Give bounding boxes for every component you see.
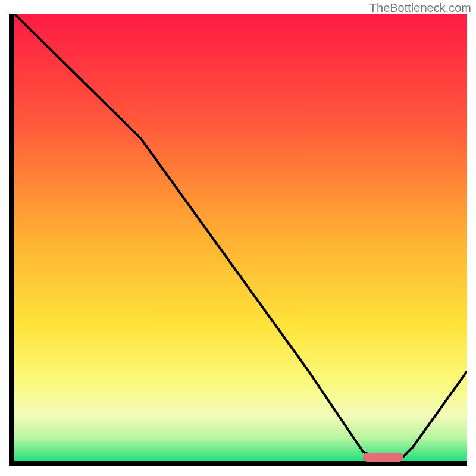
bottleneck-curve (14, 14, 467, 461)
optimal-range-marker (363, 453, 403, 462)
chart-plot-area (9, 14, 467, 466)
watermark-label: TheBottleneck.com (369, 1, 471, 15)
